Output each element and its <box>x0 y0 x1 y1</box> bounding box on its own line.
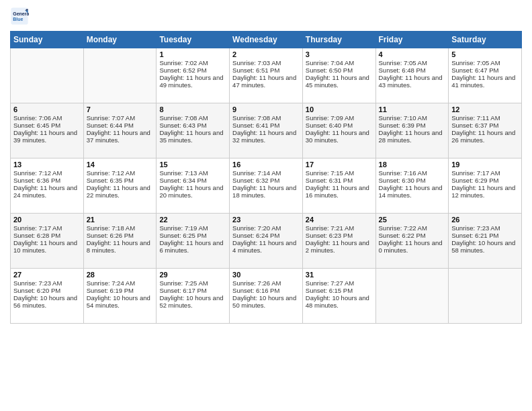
day-info: Sunset: 6:47 PM <box>451 66 519 74</box>
day-info: Sunset: 6:28 PM <box>13 232 81 239</box>
day-info: Sunrise: 7:04 AM <box>306 59 373 66</box>
day-number: 26 <box>451 216 519 224</box>
day-number: 17 <box>306 161 373 169</box>
day-cell: 6Sunrise: 7:06 AMSunset: 6:45 PMDaylight… <box>11 103 84 158</box>
day-info: Sunset: 6:21 PM <box>451 232 519 239</box>
day-info: Sunset: 6:41 PM <box>232 122 300 129</box>
day-cell: 10Sunrise: 7:09 AMSunset: 6:40 PMDayligh… <box>302 103 375 158</box>
day-number: 15 <box>159 161 226 169</box>
day-cell: 8Sunrise: 7:08 AMSunset: 6:43 PMDaylight… <box>157 103 230 158</box>
day-info: Sunrise: 7:16 AM <box>379 169 446 177</box>
day-info: Sunrise: 7:19 AM <box>159 224 226 232</box>
day-info: Sunrise: 7:20 AM <box>232 224 300 232</box>
day-info: Daylight: 11 hours and 10 minutes. <box>13 239 81 254</box>
day-info: Daylight: 11 hours and 20 minutes. <box>159 184 226 199</box>
day-cell: 22Sunrise: 7:19 AMSunset: 6:25 PMDayligh… <box>157 214 230 269</box>
day-cell: 15Sunrise: 7:13 AMSunset: 6:34 PMDayligh… <box>157 158 230 214</box>
svg-text:Blue: Blue <box>13 17 23 21</box>
day-info: Sunset: 6:35 PM <box>87 177 154 184</box>
day-cell <box>11 48 84 103</box>
header: General Blue <box>10 7 522 26</box>
day-info: Daylight: 11 hours and 45 minutes. <box>306 74 373 89</box>
day-info: Sunrise: 7:27 AM <box>306 279 373 287</box>
day-info: Daylight: 11 hours and 24 minutes. <box>13 184 81 199</box>
day-info: Daylight: 11 hours and 47 minutes. <box>232 74 300 89</box>
day-info: Sunset: 6:39 PM <box>379 122 446 129</box>
day-info: Sunset: 6:40 PM <box>306 122 373 129</box>
day-info: Sunrise: 7:07 AM <box>87 114 154 122</box>
day-info: Daylight: 10 hours and 54 minutes. <box>87 294 154 309</box>
day-number: 19 <box>451 161 519 169</box>
day-info: Daylight: 11 hours and 43 minutes. <box>379 74 446 89</box>
day-info: Sunrise: 7:08 AM <box>159 114 226 122</box>
day-info: Sunrise: 7:12 AM <box>13 169 81 177</box>
day-cell: 4Sunrise: 7:05 AMSunset: 6:48 PMDaylight… <box>375 48 449 103</box>
day-number: 3 <box>306 50 373 58</box>
day-info: Sunrise: 7:15 AM <box>306 169 373 177</box>
day-number: 25 <box>379 216 446 224</box>
day-info: Daylight: 11 hours and 2 minutes. <box>306 239 373 254</box>
day-number: 8 <box>159 105 226 113</box>
day-info: Sunset: 6:32 PM <box>232 177 300 184</box>
day-info: Daylight: 11 hours and 22 minutes. <box>87 184 154 199</box>
logo: General Blue <box>10 7 32 26</box>
day-info: Sunrise: 7:26 AM <box>232 279 300 287</box>
day-cell: 1Sunrise: 7:02 AMSunset: 6:52 PMDaylight… <box>157 48 230 103</box>
day-number: 14 <box>87 161 154 169</box>
day-info: Sunrise: 7:18 AM <box>87 224 154 232</box>
day-cell: 14Sunrise: 7:12 AMSunset: 6:35 PMDayligh… <box>83 158 157 214</box>
day-cell: 11Sunrise: 7:10 AMSunset: 6:39 PMDayligh… <box>375 103 449 158</box>
day-cell: 26Sunrise: 7:23 AMSunset: 6:21 PMDayligh… <box>449 214 522 269</box>
day-info: Daylight: 10 hours and 52 minutes. <box>159 294 226 309</box>
day-info: Sunrise: 7:05 AM <box>379 59 446 66</box>
logo-icon: General Blue <box>10 7 29 26</box>
day-number: 6 <box>13 105 81 113</box>
day-info: Sunset: 6:52 PM <box>159 66 226 74</box>
day-info: Sunset: 6:45 PM <box>13 122 81 129</box>
day-info: Daylight: 11 hours and 49 minutes. <box>159 74 226 89</box>
day-info: Sunset: 6:23 PM <box>306 232 373 239</box>
week-row: 13Sunrise: 7:12 AMSunset: 6:36 PMDayligh… <box>11 158 522 214</box>
day-number: 4 <box>379 50 446 58</box>
day-info: Sunrise: 7:23 AM <box>13 279 81 287</box>
day-number: 7 <box>87 105 154 113</box>
day-number: 2 <box>232 50 300 58</box>
day-info: Daylight: 11 hours and 37 minutes. <box>87 129 154 144</box>
day-info: Sunrise: 7:14 AM <box>232 169 300 177</box>
day-cell: 13Sunrise: 7:12 AMSunset: 6:36 PMDayligh… <box>11 158 84 214</box>
day-number: 9 <box>232 105 300 113</box>
day-number: 23 <box>232 216 300 224</box>
day-info: Sunset: 6:34 PM <box>159 177 226 184</box>
day-info: Sunset: 6:44 PM <box>87 122 154 129</box>
day-number: 29 <box>159 271 226 279</box>
calendar-table: SundayMondayTuesdayWednesdayThursdayFrid… <box>10 31 522 324</box>
day-info: Sunset: 6:25 PM <box>159 232 226 239</box>
day-cell: 25Sunrise: 7:22 AMSunset: 6:22 PMDayligh… <box>375 214 449 269</box>
day-info: Daylight: 10 hours and 58 minutes. <box>451 239 519 254</box>
day-cell: 29Sunrise: 7:25 AMSunset: 6:17 PMDayligh… <box>157 269 230 324</box>
day-info: Sunset: 6:26 PM <box>87 232 154 239</box>
day-info: Sunrise: 7:24 AM <box>87 279 154 287</box>
day-info: Sunrise: 7:03 AM <box>232 59 300 66</box>
day-info: Sunrise: 7:06 AM <box>13 114 81 122</box>
day-info: Daylight: 11 hours and 14 minutes. <box>379 184 446 199</box>
week-row: 27Sunrise: 7:23 AMSunset: 6:20 PMDayligh… <box>11 269 522 324</box>
day-info: Sunrise: 7:02 AM <box>159 59 226 66</box>
day-number: 1 <box>159 50 226 58</box>
day-number: 27 <box>13 271 81 279</box>
week-row: 6Sunrise: 7:06 AMSunset: 6:45 PMDaylight… <box>11 103 522 158</box>
calendar-page: General Blue SundayMondayTuesdayWednesda… <box>0 0 532 411</box>
header-cell: Monday <box>83 32 157 48</box>
day-info: Sunset: 6:15 PM <box>306 287 373 294</box>
day-info: Sunrise: 7:09 AM <box>306 114 373 122</box>
day-number: 22 <box>159 216 226 224</box>
day-cell: 18Sunrise: 7:16 AMSunset: 6:30 PMDayligh… <box>375 158 449 214</box>
day-cell: 7Sunrise: 7:07 AMSunset: 6:44 PMDaylight… <box>83 103 157 158</box>
day-number: 16 <box>232 161 300 169</box>
day-info: Sunset: 6:50 PM <box>306 66 373 74</box>
day-number: 11 <box>379 105 446 113</box>
day-info: Daylight: 11 hours and 41 minutes. <box>451 74 519 89</box>
day-cell: 5Sunrise: 7:05 AMSunset: 6:47 PMDaylight… <box>449 48 522 103</box>
day-info: Sunrise: 7:23 AM <box>451 224 519 232</box>
day-info: Sunset: 6:29 PM <box>451 177 519 184</box>
